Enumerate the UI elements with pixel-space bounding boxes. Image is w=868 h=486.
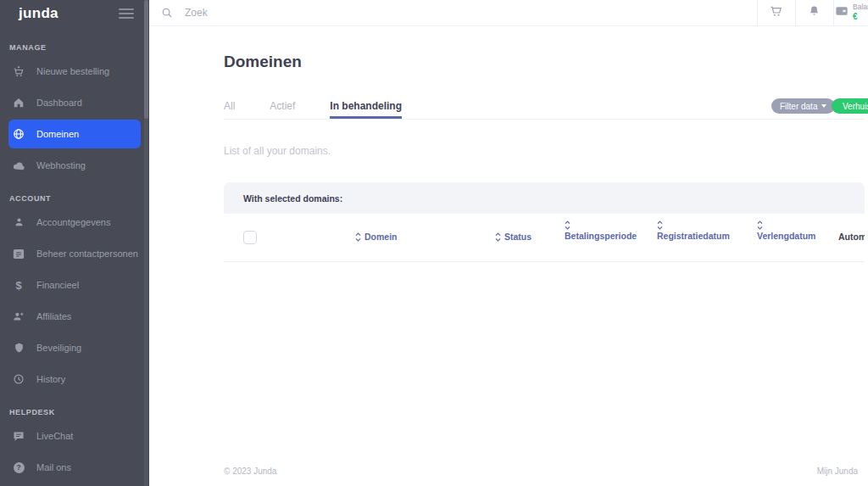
select-all-checkbox[interactable] <box>243 231 257 244</box>
sidebar-section-account: ACCOUNT <box>0 194 149 203</box>
column-header-verlengdatum[interactable]: Verlengdatum <box>757 221 815 241</box>
sort-icon <box>565 221 570 230</box>
sidebar-scrollbar[interactable] <box>144 0 148 486</box>
sidebar-item-label: Affiliates <box>36 311 71 321</box>
sidebar-item-domeinen[interactable]: Domeinen <box>8 120 141 148</box>
search-bar[interactable] <box>161 0 337 25</box>
hamburger-menu-icon[interactable] <box>119 8 134 19</box>
brand-logo: junda <box>19 5 58 22</box>
sort-icon <box>757 221 763 230</box>
sidebar-item-label: History <box>36 374 65 384</box>
history-icon <box>13 372 25 386</box>
column-header-betalingsperiode[interactable]: Betalingsperiode <box>565 221 637 241</box>
sidebar-item-mail-ons[interactable]: ? Mail ons <box>8 453 141 482</box>
sidebar-item-dashboard[interactable]: Dashboard <box>8 88 141 117</box>
sidebar-item-history[interactable]: History <box>8 365 141 394</box>
sidebar-item-label: Webhosting <box>36 160 86 170</box>
sort-icon <box>657 221 663 230</box>
question-icon: ? <box>13 461 25 474</box>
sidebar-item-label: Accountgegevens <box>36 217 110 227</box>
search-icon <box>161 7 173 19</box>
sidebar-item-label: Beheer contactpersonen <box>36 249 138 259</box>
column-header-domein[interactable]: Domein <box>355 232 398 242</box>
app-root: junda MANAGE Nieuwe bestelling <box>0 0 868 486</box>
cloud-icon <box>13 159 25 172</box>
sort-icon <box>495 232 501 242</box>
chevron-down-icon <box>821 104 826 108</box>
sidebar: junda MANAGE Nieuwe bestelling <box>0 0 149 486</box>
dollar-icon: $ <box>13 278 25 292</box>
bell-icon <box>808 4 821 21</box>
sidebar-item-financieel[interactable]: $ Financieel <box>8 271 141 299</box>
sidebar-item-livechat[interactable]: LiveChat <box>8 422 141 450</box>
filter-data-button[interactable]: Filter data <box>771 98 835 114</box>
sidebar-item-label: Financieel <box>36 280 79 290</box>
page-subtitle: List of all your domains. <box>224 145 331 157</box>
topbar: Balans € <box>149 0 868 26</box>
sidebar-item-label: LiveChat <box>36 431 73 441</box>
column-header-automatisch-verlengen: Automatisch verlengen <box>838 232 865 242</box>
tab-all[interactable]: All <box>224 100 235 119</box>
sidebar-item-label: Mail ons <box>36 462 71 472</box>
sidebar-item-label: Beveiliging <box>36 343 81 353</box>
cart-button[interactable] <box>757 0 795 25</box>
bulk-actions-label: With selected domains: <box>243 193 342 204</box>
sidebar-item-label: Dashboard <box>36 98 82 108</box>
column-header-registratiedatum[interactable]: Registratiedatum <box>657 221 730 241</box>
shield-icon <box>13 341 25 355</box>
person-plus-icon <box>13 310 25 323</box>
balance-widget[interactable]: Balans € <box>835 0 868 25</box>
table-header-row: Domein Status Be <box>224 214 865 261</box>
sidebar-item-affiliates[interactable]: Affiliates <box>8 302 141 331</box>
page-title: Domeinen <box>224 53 302 71</box>
sidebar-item-beheer-contactpersonen[interactable]: Beheer contactpersonen <box>8 239 141 268</box>
sidebar-scrollbar-thumb[interactable] <box>144 0 148 119</box>
sidebar-item-label: Domeinen <box>36 129 79 139</box>
sidebar-item-webhosting[interactable]: Webhosting <box>8 151 141 180</box>
sidebar-item-beveiliging[interactable]: Beveiliging <box>8 333 141 362</box>
contact-card-icon <box>13 247 25 260</box>
sidebar-item-accountgegevens[interactable]: Accountgegevens <box>8 208 141 237</box>
tabs-bar: All Actief In behandeling <box>224 100 865 120</box>
globe-icon <box>13 127 25 141</box>
column-header-status[interactable]: Status <box>495 232 531 242</box>
sidebar-section-helpdesk: HELPDESK <box>0 408 149 416</box>
cart-plus-icon <box>13 64 25 78</box>
sidebar-item-nieuwe-bestelling[interactable]: Nieuwe bestelling <box>8 57 141 86</box>
footer-link-mijn-junda[interactable]: Mijn Junda <box>817 466 858 476</box>
main-content: Domeinen All Actief In behandeling Filte… <box>149 26 868 486</box>
topbar-divider <box>833 0 834 26</box>
sidebar-nav: MANAGE Nieuwe bestelling Dash <box>0 26 149 486</box>
tab-actief[interactable]: Actief <box>270 100 295 119</box>
person-icon <box>13 215 25 229</box>
sort-icon <box>355 232 361 242</box>
home-icon <box>13 96 25 109</box>
tab-in-behandeling[interactable]: In behandeling <box>330 100 402 119</box>
notifications-button[interactable] <box>795 0 833 25</box>
sidebar-header: junda <box>0 0 149 26</box>
sidebar-item-label: Nieuwe bestelling <box>36 66 109 76</box>
balance-amount: € <box>853 12 868 22</box>
bulk-actions-bar: With selected domains: <box>224 182 865 214</box>
search-input[interactable] <box>185 7 337 19</box>
chat-icon <box>13 429 25 443</box>
balance-label: Balans <box>853 3 868 12</box>
wallet-icon <box>835 5 849 20</box>
sidebar-section-manage: MANAGE <box>0 43 149 52</box>
footer-copyright: © 2023 Junda <box>224 466 276 476</box>
move-domain-button[interactable]: Verhuis domein <box>832 98 868 114</box>
cart-icon <box>769 4 783 21</box>
domains-table-panel: With selected domains: Domein <box>224 182 865 262</box>
